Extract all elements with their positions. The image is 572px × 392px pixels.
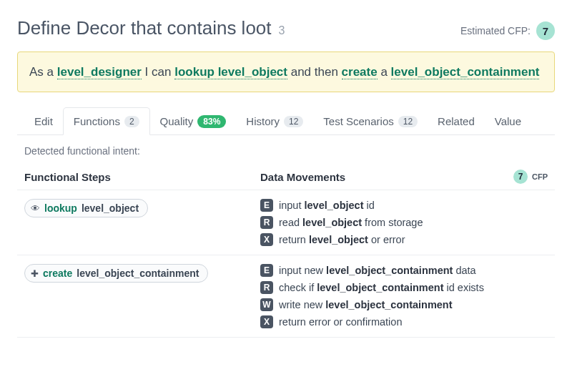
col-header-steps: Functional Steps [24,171,260,183]
cfp-mini-badge: 7 [513,170,528,184]
title-id: 3 [279,24,285,37]
movement-text: check if level_object_containment id exi… [279,282,484,293]
test-count-badge: 12 [398,116,418,127]
data-movement: Wwrite new level_object_containment [260,298,548,311]
page-title: Define Decor that contains loot [17,17,272,39]
cfp-label: Estimated CFP: [460,25,531,36]
step-noun: level_object_containment [77,268,199,279]
col-header-moves: Data Movements [260,171,513,183]
movement-type-badge: R [260,216,273,229]
movement-text: input level_object id [279,200,375,211]
step-noun: level_object [82,202,139,214]
step-row: ✚createlevel_object_containmentEinput ne… [17,255,555,338]
columns-header: Functional Steps Data Movements 7 CFP [17,170,555,190]
estimated-cfp: Estimated CFP: 7 [460,21,555,40]
movement-type-badge: W [260,298,273,311]
quality-pct-badge: 83% [197,115,226,128]
step-pill-create[interactable]: ✚createlevel_object_containment [24,264,208,283]
movement-text: write new level_object_containment [279,299,453,310]
tab-quality[interactable]: Quality 83% [150,107,237,135]
action-create-verb-link[interactable]: create [342,65,378,79]
tab-related[interactable]: Related [428,107,485,135]
movement-text: return error or confirmation [279,316,402,328]
tab-edit[interactable]: Edit [24,107,63,135]
action-create-noun-link[interactable]: level_object_containment [391,65,540,79]
user-story-box: As a level_designer I can lookup level_o… [17,52,555,92]
movement-type-badge: E [260,264,273,277]
tab-functions[interactable]: Functions 2 [63,107,150,135]
data-movement: Rread level_object from storage [260,216,548,229]
step-verb: create [43,268,72,279]
movement-type-badge: E [260,199,273,212]
movement-text: return level_object or error [279,234,405,245]
movement-type-badge: X [260,315,273,328]
functions-count-badge: 2 [124,116,139,127]
step-pill-lookup[interactable]: 👁lookuplevel_object [24,199,148,217]
eye-icon: 👁 [31,203,40,214]
data-movement: Xreturn error or confirmation [260,315,548,328]
data-movement: Xreturn level_object or error [260,233,548,246]
step-row: 👁lookuplevel_objectEinput level_object i… [17,190,555,255]
page-header: Define Decor that contains loot 3 Estima… [17,17,555,40]
movement-type-badge: X [260,233,273,246]
data-movement: Einput new level_object_containment data [260,264,548,277]
data-movement: Rcheck if level_object_containment id ex… [260,281,548,294]
role-link[interactable]: level_designer [57,65,142,79]
data-movement: Einput level_object id [260,199,548,212]
plus-icon: ✚ [31,268,39,279]
action-lookup-link[interactable]: lookup level_object [174,65,287,79]
step-verb: lookup [44,202,77,214]
cfp-value-badge: 7 [536,21,555,40]
movement-text: input new level_object_containment data [279,265,476,276]
tab-value[interactable]: Value [485,107,531,135]
col-header-cfp: 7 CFP [513,170,548,184]
tabs-bar: Edit Functions 2 Quality 83% History 12 … [17,107,555,135]
tab-test-scenarios[interactable]: Test Scenarios 12 [313,107,428,135]
history-count-badge: 12 [284,116,303,127]
detected-intent-label: Detected functional intent: [24,145,555,157]
movement-text: read level_object from storage [279,217,423,228]
movement-type-badge: R [260,281,273,294]
tab-history[interactable]: History 12 [236,107,313,135]
